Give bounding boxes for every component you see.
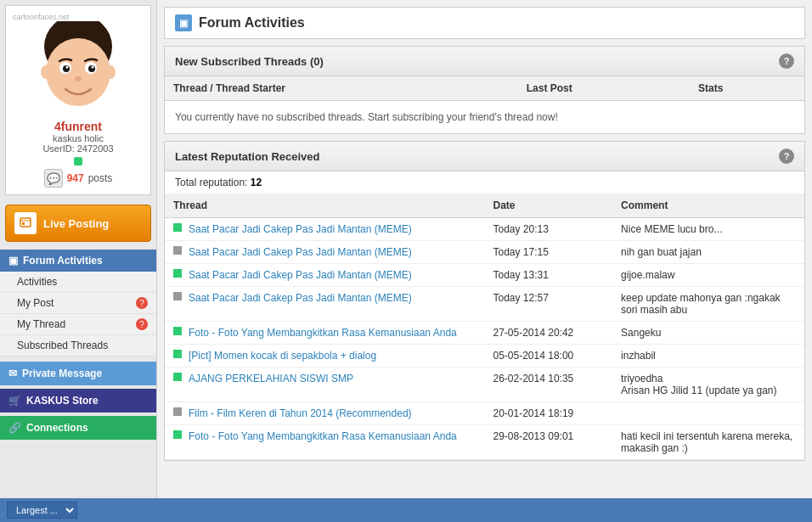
- connections-icon: 🔗: [8, 422, 21, 434]
- my-thread-label: My Thread: [17, 318, 65, 330]
- reputation-table: Thread Date Comment Saat Pacar Jadi Cake…: [165, 194, 804, 460]
- table-row: Foto - Foto Yang Membangkitkan Rasa Kema…: [165, 322, 804, 345]
- subscribed-table-header-row: Thread / Thread Starter Last Post Stats: [165, 76, 804, 101]
- thread-link[interactable]: Saat Pacar Jadi Cakep Pas Jadi Mantan (M…: [189, 223, 412, 235]
- forum-activities-header[interactable]: ▣ Forum Activities: [0, 250, 156, 272]
- page-title: Forum Activities: [199, 15, 305, 31]
- posts-count: 947: [67, 172, 84, 184]
- rep-date-cell: Today 20:13: [485, 218, 613, 241]
- sidebar-item-my-post[interactable]: My Post ?: [0, 293, 156, 314]
- thread-link[interactable]: Film - Film Keren di Tahun 2014 (Recomme…: [189, 407, 412, 419]
- connections-button[interactable]: 🔗 Connections: [0, 416, 156, 440]
- rep-comment-cell: Sangeku: [612, 322, 804, 345]
- svg-rect-11: [20, 218, 31, 227]
- page-header: ▣ Forum Activities: [164, 7, 805, 39]
- rep-thread-cell: Saat Pacar Jadi Cakep Pas Jadi Mantan (M…: [165, 264, 485, 287]
- subscribed-threads-label: Subscribed Threads: [17, 340, 108, 351]
- col-stats: Stats: [690, 76, 804, 101]
- rep-date-cell: 05-05-2014 18:00: [485, 345, 613, 368]
- forum-activities-nav: ▣ Forum Activities Activities My Post ? …: [0, 250, 156, 356]
- rep-comment-cell: Nice MEME lucu bro...: [612, 218, 804, 241]
- site-label: cartoonfaces.net: [13, 13, 144, 21]
- gray-status-indicator: [173, 246, 182, 255]
- rep-thread-cell: AJANG PERKELAHIAN SISWI SMP: [165, 368, 485, 402]
- rep-col-thread: Thread: [165, 194, 485, 218]
- rep-date-cell: Today 17:15: [485, 241, 613, 264]
- reputation-title: Latest Reputation Received: [175, 150, 320, 163]
- sidebar-item-activities[interactable]: Activities: [0, 272, 156, 293]
- rep-comment-cell: [612, 402, 804, 425]
- rep-date-cell: Today 12:57: [485, 287, 613, 322]
- main-content: ▣ Forum Activities New Subscribed Thread…: [157, 0, 812, 522]
- avatar: [31, 21, 125, 115]
- rep-table-header-row: Thread Date Comment: [165, 194, 804, 218]
- sidebar-item-my-thread[interactable]: My Thread ?: [0, 314, 156, 335]
- subscribed-header: New Subscribed Threads (0) ?: [165, 47, 804, 76]
- rep-thread-cell: Saat Pacar Jadi Cakep Pas Jadi Mantan (M…: [165, 241, 485, 264]
- rep-comment-cell: triyoedha Arisan HG Jilid 11 (update ya …: [612, 368, 804, 402]
- sidebar-item-subscribed-threads[interactable]: Subscribed Threads: [0, 335, 156, 356]
- username: 4funrent: [13, 120, 144, 133]
- thread-link[interactable]: Saat Pacar Jadi Cakep Pas Jadi Mantan (M…: [189, 269, 412, 281]
- forum-activities-icon: ▣: [8, 255, 18, 267]
- rep-col-comment: Comment: [612, 194, 804, 218]
- svg-point-9: [41, 65, 51, 79]
- thread-link[interactable]: [Pict] Momen kocak di sepakbola + dialog: [189, 350, 376, 362]
- rep-comment-cell: hati kecil ini tersentuh karena mereka, …: [612, 425, 804, 460]
- rep-thread-cell: Foto - Foto Yang Membangkitkan Rasa Kema…: [165, 322, 485, 345]
- thread-link[interactable]: Foto - Foto Yang Membangkitkan Rasa Kema…: [189, 430, 457, 442]
- subscribed-help-icon[interactable]: ?: [779, 53, 794, 69]
- table-row: Film - Film Keren di Tahun 2014 (Recomme…: [165, 402, 804, 425]
- forum-activities-label: Forum Activities: [23, 255, 103, 267]
- rep-date-cell: Today 13:31: [485, 264, 613, 287]
- live-posting-button[interactable]: Live Posting: [5, 205, 151, 242]
- rep-total-label: Total reputation:: [175, 177, 247, 188]
- svg-point-1: [46, 38, 110, 106]
- subscribed-threads-section: New Subscribed Threads (0) ? Thread / Th…: [164, 46, 805, 134]
- rep-thread-cell: Foto - Foto Yang Membangkitkan Rasa Kema…: [165, 425, 485, 460]
- live-posting-icon: [14, 212, 37, 234]
- table-row: Foto - Foto Yang Membangkitkan Rasa Kema…: [165, 425, 804, 460]
- table-row: Saat Pacar Jadi Cakep Pas Jadi Mantan (M…: [165, 287, 804, 322]
- rep-date-cell: 26-02-2014 10:35: [485, 368, 613, 402]
- rep-comment-cell: nih gan buat jajan: [612, 241, 804, 264]
- rep-total-value: 12: [251, 177, 262, 188]
- table-row: Saat Pacar Jadi Cakep Pas Jadi Mantan (M…: [165, 264, 804, 287]
- gray-status-indicator: [173, 407, 182, 416]
- kaskus-store-button[interactable]: 🛒 KASKUS Store: [0, 389, 156, 413]
- thread-link[interactable]: Saat Pacar Jadi Cakep Pas Jadi Mantan (M…: [189, 246, 412, 258]
- col-thread-starter: Thread / Thread Starter: [165, 76, 518, 101]
- green-status-indicator: [173, 430, 182, 439]
- rep-thread-cell: [Pict] Momen kocak di sepakbola + dialog: [165, 345, 485, 368]
- bottom-bar-dropdown[interactable]: Largest ...: [7, 502, 77, 519]
- svg-point-8: [75, 76, 82, 81]
- online-indicator: [74, 157, 82, 166]
- connections-label: Connections: [26, 422, 88, 434]
- rep-comment-cell: gijoe.malaw: [612, 264, 804, 287]
- thread-link[interactable]: Saat Pacar Jadi Cakep Pas Jadi Mantan (M…: [189, 292, 412, 304]
- reputation-help-icon[interactable]: ?: [779, 149, 794, 164]
- thread-link[interactable]: Foto - Foto Yang Membangkitkan Rasa Kema…: [189, 327, 457, 339]
- rep-comment-cell: inzhabil: [612, 345, 804, 368]
- rep-thread-cell: Saat Pacar Jadi Cakep Pas Jadi Mantan (M…: [165, 287, 485, 322]
- subscribed-table: Thread / Thread Starter Last Post Stats: [165, 76, 804, 101]
- svg-point-7: [92, 66, 94, 69]
- avatar-section: cartoonfaces.net 4fu: [5, 5, 151, 195]
- user-role: kaskus holic: [13, 133, 144, 143]
- subscribed-empty-message: You currently have no subscribed threads…: [165, 101, 804, 133]
- gray-status-indicator: [173, 292, 182, 300]
- kaskus-store-label: KASKUS Store: [26, 395, 99, 407]
- table-row: AJANG PERKELAHIAN SISWI SMP26-02-2014 10…: [165, 368, 804, 402]
- thread-link[interactable]: AJANG PERKELAHIAN SISWI SMP: [189, 373, 353, 384]
- green-status-indicator: [173, 373, 182, 381]
- private-message-icon: ✉: [8, 368, 17, 379]
- live-posting-label: Live Posting: [43, 217, 109, 230]
- activities-label: Activities: [17, 276, 57, 288]
- rep-table-body: Saat Pacar Jadi Cakep Pas Jadi Mantan (M…: [165, 218, 804, 460]
- green-status-indicator: [173, 269, 182, 278]
- svg-point-6: [66, 66, 69, 69]
- private-message-button[interactable]: ✉ Private Message: [0, 362, 156, 385]
- user-id: UserID: 2472003: [13, 143, 144, 154]
- svg-rect-13: [22, 222, 25, 225]
- my-post-label: My Post: [17, 297, 54, 309]
